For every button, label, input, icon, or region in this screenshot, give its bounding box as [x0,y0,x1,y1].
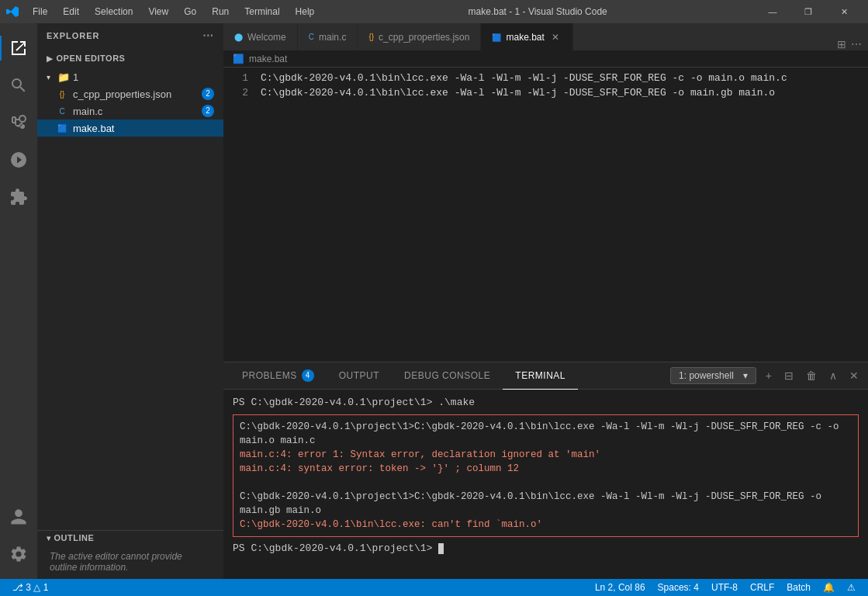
tab-make-bat[interactable]: 🟦 make.bat ✕ [481,23,572,50]
tab-welcome[interactable]: ⬤ Welcome [223,23,298,50]
terminal-line-5: C:\gbdk-2020-v4.0.1\project\1>C:\gbdk-20… [240,490,852,518]
tabs-bar: ⬤ Welcome C main.c {} c_cpp_properties.j… [223,23,868,50]
terminal-selector[interactable]: 1: powershell ▾ [670,367,756,384]
maximize-button[interactable]: ❐ [790,0,826,23]
minimize-button[interactable]: — [755,0,790,23]
tree-folder-1[interactable]: ▾ 📁 1 [37,68,223,85]
statusbar: ⎇ 3 △ 1 Ln 2, Col 86 Spaces: 4 UTF-8 CRL… [0,579,868,596]
line-numbers: 1 2 [223,68,254,362]
terminal-selector-chevron-icon: ▾ [740,369,751,383]
tab-cpp-properties[interactable]: {} c_cpp_properties.json [358,23,481,50]
activity-extensions[interactable] [0,178,37,216]
terminal-error-block: C:\gbdk-2020-v4.0.1\project\1>C:\gbdk-20… [233,414,859,537]
panel-tab-debug-console[interactable]: DEBUG CONSOLE [392,362,503,390]
trash-terminal-icon[interactable]: 🗑 [803,368,820,383]
encoding-item[interactable]: UTF-8 [705,579,744,596]
terminal-line-1: C:\gbdk-2020-v4.0.1\project\1>C:\gbdk-20… [240,420,852,448]
c-tab-icon: C [309,33,314,41]
welcome-tab-icon: ⬤ [234,33,243,41]
main-layout: Explorer ⋯ ▶ OPEN EDITORS ▾ 📁 1 {} c_cpp… [0,23,868,579]
menu-file[interactable]: File [26,5,54,19]
folder-chevron-icon: ▾ [47,73,56,81]
terminal-line-3: main.c:4: syntax error: token -> '}' ; c… [240,462,852,476]
activity-bar-bottom [0,498,37,579]
editor-content[interactable]: 1 2 C:\gbdk-2020-v4.0.1\bin\lcc.exe -Wa-… [223,68,868,362]
vscode-logo-icon [6,5,19,18]
open-editors-chevron-icon: ▶ [47,54,54,63]
activity-bar [0,23,37,579]
editor-scrollbar[interactable] [860,68,868,362]
menu-run[interactable]: Run [206,5,235,19]
terminal-line-2: main.c:4: error 1: Syntax error, declara… [240,448,852,462]
cursor-position-item[interactable]: Ln 2, Col 86 [589,579,652,596]
outline-section: ▾ OUTLINE The active editor cannot provi… [37,530,223,579]
panel-tab-output[interactable]: OUTPUT [327,362,392,390]
activity-explorer[interactable] [0,29,37,67]
editor-area: ⬤ Welcome C main.c {} c_cpp_properties.j… [223,23,868,579]
menu-go[interactable]: Go [178,5,202,19]
tab-close-bat[interactable]: ✕ [549,31,562,43]
indentation-item[interactable]: Spaces: 4 [652,579,705,596]
file-item-json[interactable]: {} c_cpp_properties.json 2 [37,85,223,102]
activity-search[interactable] [0,67,37,104]
menu-help[interactable]: Help [289,5,321,19]
panel-controls: 1: powershell ▾ + ⊟ 🗑 ∧ ✕ [670,367,862,384]
statusbar-right: Ln 2, Col 86 Spaces: 4 UTF-8 CRLF Batch … [589,579,862,596]
code-editor[interactable]: C:\gbdk-2020-v4.0.1\bin\lcc.exe -Wa-l -W… [254,68,860,362]
window-controls: — ❐ ✕ [755,0,862,23]
tabs-end: ⊞ ⋯ [831,38,868,50]
activity-source-control[interactable] [0,104,37,141]
outline-chevron-icon: ▾ [47,534,51,542]
split-terminal-icon[interactable]: ⊟ [781,368,797,383]
file-tree: ▾ 📁 1 {} c_cpp_properties.json 2 C main.… [37,68,223,137]
menu-view[interactable]: View [142,5,175,19]
notifications-item[interactable]: 🔔 [817,579,841,596]
errors-warnings-item[interactable]: ⚠ [841,579,862,596]
outline-toggle[interactable]: ▾ OUTLINE [37,531,223,545]
git-branch-status[interactable]: ⎇ 3 △ 1 [6,579,54,596]
close-button[interactable]: ✕ [826,0,862,23]
line-ending-item[interactable]: CRLF [744,579,780,596]
open-editors-section: ▶ OPEN EDITORS [37,48,223,68]
window-title: make.bat - 1 - Visual Studio Code [320,6,755,17]
menu-edit[interactable]: Edit [57,5,85,19]
tab-main-c[interactable]: C main.c [298,23,358,50]
panel-tab-problems[interactable]: PROBLEMS 4 [230,362,327,390]
file-item-c[interactable]: C main.c 2 [37,102,223,120]
language-mode-item[interactable]: Batch [780,579,817,596]
titlebar-left: File Edit Selection View Go Run Terminal… [6,5,320,19]
json-tab-icon: {} [368,33,374,41]
json-file-icon: {} [56,88,68,100]
menu-terminal[interactable]: Terminal [238,5,285,19]
panel-tabs-bar: PROBLEMS 4 OUTPUT DEBUG CONSOLE TERMINAL… [223,362,868,390]
maximize-panel-icon[interactable]: ∧ [826,368,840,383]
folder-icon: 📁 [57,71,70,83]
titlebar: File Edit Selection View Go Run Terminal… [0,0,868,23]
split-editor-icon[interactable]: ⊞ [837,38,846,50]
terminal-prompt-line: PS C:\gbdk-2020-v4.0.1\project\1> .\make [233,396,859,410]
panel-tab-terminal[interactable]: TERMINAL [503,362,578,390]
activity-accounts[interactable] [0,498,37,535]
terminal-content[interactable]: PS C:\gbdk-2020-v4.0.1\project\1> .\make… [223,390,868,579]
activity-settings[interactable] [0,535,37,573]
panel: PROBLEMS 4 OUTPUT DEBUG CONSOLE TERMINAL… [223,362,868,579]
terminal-line-6: C:\gbdk-2020-v4.0.1\bin\lcc.exe: can't f… [240,518,852,532]
breadcrumb: 🟦 make.bat [223,50,868,68]
sidebar-header-icons: ⋯ [202,29,214,42]
open-editors-toggle[interactable]: ▶ OPEN EDITORS [37,51,223,65]
sidebar: Explorer ⋯ ▶ OPEN EDITORS ▾ 📁 1 {} c_cpp… [37,23,223,579]
more-tabs-icon[interactable]: ⋯ [851,38,862,50]
file-item-bat[interactable]: 🟦 make.bat [37,120,223,137]
terminal-cursor [438,543,444,554]
outline-content: The active editor cannot provide outline… [37,545,223,579]
new-file-icon[interactable]: ⋯ [202,29,214,42]
menu-selection[interactable]: Selection [88,5,139,19]
activity-run[interactable] [0,141,37,178]
c-file-icon: C [56,105,68,117]
sidebar-header: Explorer ⋯ [37,23,223,48]
add-terminal-icon[interactable]: + [763,368,775,383]
menu-bar: File Edit Selection View Go Run Terminal… [26,5,320,19]
close-panel-icon[interactable]: ✕ [846,368,862,383]
breadcrumb-file-icon: 🟦 [233,54,244,64]
bat-file-icon: 🟦 [56,122,68,134]
